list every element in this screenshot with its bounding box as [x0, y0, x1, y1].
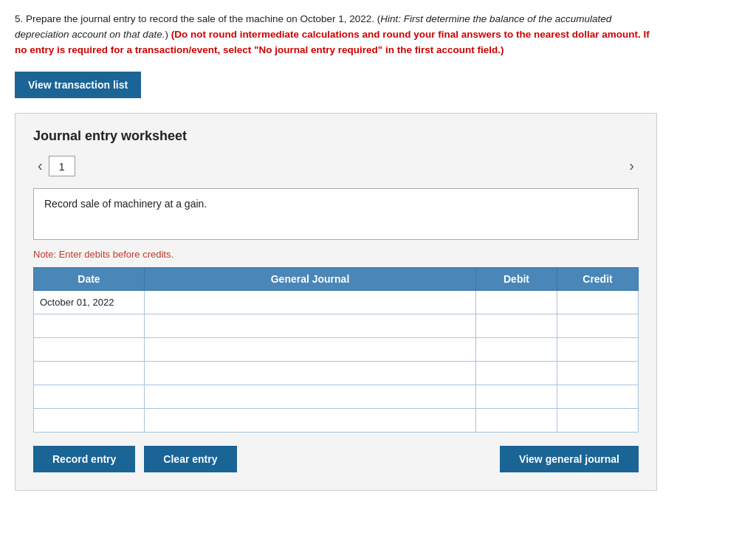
credit-input-1[interactable] — [563, 320, 632, 331]
debit-input-3[interactable] — [482, 368, 551, 379]
cell-credit-5[interactable] — [557, 408, 639, 432]
date-input-1[interactable] — [40, 320, 138, 331]
table-row: October 01, 2022 — [34, 290, 639, 314]
journal-input-4[interactable] — [151, 391, 470, 402]
credit-input-2[interactable] — [563, 344, 632, 355]
cell-journal-0[interactable] — [145, 290, 476, 314]
prev-page-button[interactable]: ‹ — [33, 156, 47, 176]
table-row — [34, 385, 639, 408]
date-input-4[interactable] — [40, 391, 138, 402]
date-input-2[interactable] — [40, 344, 138, 355]
record-entry-button[interactable]: Record entry — [33, 446, 135, 472]
debit-input-5[interactable] — [482, 415, 551, 426]
col-date: Date — [34, 267, 145, 290]
cell-date-0[interactable]: October 01, 2022 — [34, 290, 145, 314]
question-number: 5. — [15, 13, 23, 24]
cell-journal-3[interactable] — [145, 361, 476, 385]
cell-debit-4[interactable] — [476, 385, 557, 408]
debit-input-4[interactable] — [482, 391, 551, 402]
journal-table: Date General Journal Debit Credit Octobe… — [33, 267, 639, 433]
worksheet-title: Journal entry worksheet — [33, 128, 639, 144]
credit-input-0[interactable] — [563, 297, 632, 308]
description-text: Record sale of machinery at a gain. — [44, 198, 207, 210]
table-row — [34, 314, 639, 337]
clear-entry-button[interactable]: Clear entry — [144, 446, 236, 472]
worksheet-container: Journal entry worksheet ‹ 1 › Record sal… — [15, 113, 657, 491]
cell-debit-5[interactable] — [476, 408, 557, 432]
debit-input-0[interactable] — [482, 297, 551, 308]
cell-debit-3[interactable] — [476, 361, 557, 385]
button-row: Record entry Clear entry View general jo… — [33, 446, 639, 472]
cell-credit-1[interactable] — [557, 314, 639, 337]
cell-date-3[interactable] — [34, 361, 145, 385]
cell-journal-1[interactable] — [145, 314, 476, 337]
cell-credit-2[interactable] — [557, 337, 639, 361]
cell-credit-4[interactable] — [557, 385, 639, 408]
col-debit: Debit — [476, 267, 557, 290]
cell-date-1[interactable] — [34, 314, 145, 337]
date-input-5[interactable] — [40, 415, 138, 426]
cell-debit-0[interactable] — [476, 290, 557, 314]
cell-credit-3[interactable] — [557, 361, 639, 385]
date-input-3[interactable] — [40, 368, 138, 379]
journal-input-0[interactable] — [151, 297, 470, 308]
view-general-journal-button[interactable]: View general journal — [500, 446, 639, 472]
table-header-row: Date General Journal Debit Credit — [34, 267, 639, 290]
journal-input-2[interactable] — [151, 344, 470, 355]
nav-row: ‹ 1 › — [33, 156, 639, 176]
cell-date-2[interactable] — [34, 337, 145, 361]
credit-input-5[interactable] — [563, 415, 632, 426]
table-row — [34, 408, 639, 432]
cell-date-4[interactable] — [34, 385, 145, 408]
question-container: 5. Prepare the journal entry to record t… — [15, 12, 741, 58]
question-text: 5. Prepare the journal entry to record t… — [15, 12, 657, 58]
cell-debit-2[interactable] — [476, 337, 557, 361]
debit-input-1[interactable] — [482, 320, 551, 331]
credit-input-3[interactable] — [563, 368, 632, 379]
table-row — [34, 361, 639, 385]
cell-journal-2[interactable] — [145, 337, 476, 361]
journal-input-3[interactable] — [151, 368, 470, 379]
description-box: Record sale of machinery at a gain. — [33, 188, 639, 240]
next-page-button[interactable]: › — [625, 156, 639, 176]
credit-input-4[interactable] — [563, 391, 632, 402]
journal-input-5[interactable] — [151, 415, 470, 426]
current-page-box: 1 — [49, 156, 75, 176]
col-credit: Credit — [557, 267, 639, 290]
note-text: Note: Enter debits before credits. — [33, 249, 639, 260]
cell-journal-5[interactable] — [145, 408, 476, 432]
col-general-journal: General Journal — [145, 267, 476, 290]
cell-journal-4[interactable] — [145, 385, 476, 408]
journal-input-1[interactable] — [151, 320, 470, 331]
cell-date-5[interactable] — [34, 408, 145, 432]
debit-input-2[interactable] — [482, 344, 551, 355]
cell-debit-1[interactable] — [476, 314, 557, 337]
cell-credit-0[interactable] — [557, 290, 639, 314]
view-transaction-button[interactable]: View transaction list — [15, 72, 141, 98]
table-row — [34, 337, 639, 361]
